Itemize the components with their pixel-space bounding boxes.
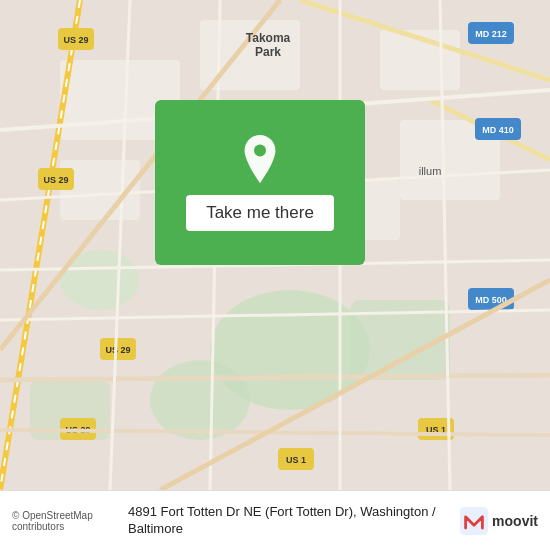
svg-point-49 bbox=[254, 144, 266, 156]
svg-text:Takoma: Takoma bbox=[246, 31, 291, 45]
moovit-text: moovit bbox=[492, 513, 538, 529]
svg-text:MD 212: MD 212 bbox=[475, 29, 507, 39]
take-me-there-button[interactable]: Take me there bbox=[186, 195, 334, 231]
svg-text:MD 410: MD 410 bbox=[482, 125, 514, 135]
svg-text:Park: Park bbox=[255, 45, 281, 59]
location-pin-icon bbox=[236, 135, 284, 183]
bottom-bar: © OpenStreetMap contributors 4891 Fort T… bbox=[0, 490, 550, 550]
map-container: US 29 US 29 US 29 US 29 MD 212 MD 410 MD… bbox=[0, 0, 550, 490]
moovit-logo: moovit bbox=[460, 507, 538, 535]
svg-text:US 29: US 29 bbox=[43, 175, 68, 185]
svg-text:US 29: US 29 bbox=[63, 35, 88, 45]
moovit-icon bbox=[460, 507, 488, 535]
svg-text:US 29: US 29 bbox=[105, 345, 130, 355]
svg-point-2 bbox=[150, 360, 250, 440]
location-overlay[interactable]: Take me there bbox=[155, 100, 365, 265]
svg-text:US 1: US 1 bbox=[286, 455, 306, 465]
osm-credit: © OpenStreetMap contributors bbox=[12, 510, 120, 532]
svg-text:illum: illum bbox=[419, 165, 442, 177]
address-text: 4891 Fort Totten Dr NE (Fort Totten Dr),… bbox=[128, 504, 452, 538]
